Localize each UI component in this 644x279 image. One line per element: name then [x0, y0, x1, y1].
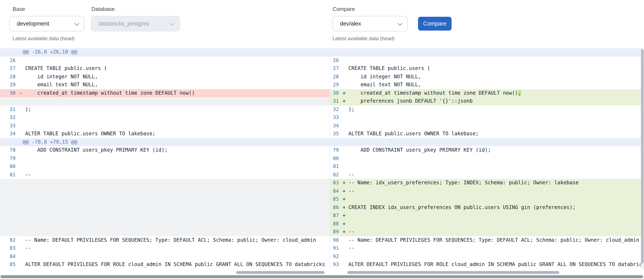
diff-row: 82-- Name: DEFAULT PRIVILEGES FOR SEQUEN…: [0, 236, 644, 244]
line-number: 78: [0, 146, 19, 154]
diff-sign: +: [342, 195, 348, 203]
diff-row: 8492: [0, 252, 644, 261]
diff-sign: +: [342, 97, 348, 105]
left-pane-horizontal-scrollbar[interactable]: [236, 271, 324, 274]
diff-sign: [19, 56, 25, 64]
line-number: 89: [330, 228, 342, 236]
diff-line-right: 30+ created_at timestamp without time zo…: [330, 89, 644, 97]
diff-line-left: 85ALTER DEFAULT PRIVILEGES FOR ROLE clou…: [0, 261, 330, 269]
code-text: -- Name: idx_users_preferences; Type: IN…: [348, 179, 644, 187]
compare-button[interactable]: Compare: [418, 17, 452, 30]
diff-row: 88+: [0, 220, 644, 228]
code-text: [25, 252, 330, 261]
diff-row: 86+CREATE INDEX idx_users_preferences ON…: [0, 203, 644, 212]
diff-sign: [342, 114, 348, 122]
hunk-label: @@ -26,9 +26,10 @@: [23, 48, 77, 56]
code-text: [25, 187, 330, 195]
vertical-scrollbar[interactable]: [641, 49, 644, 264]
base-branch-value: development: [17, 20, 49, 27]
schema-diff-page: Base development Latest available data (…: [0, 0, 644, 279]
code-text: [25, 228, 330, 236]
diff-sign: [19, 97, 25, 105]
diff-line-right: 86+CREATE INDEX idx_users_preferences ON…: [330, 203, 644, 212]
diff-row: 31+ preferences jsonb DEFAULT '{}'::json…: [0, 97, 644, 105]
line-number: 30: [330, 89, 342, 97]
diff-sign: [342, 163, 348, 171]
code-text: ADD CONSTRAINT users_pkey PRIMARY KEY (i…: [25, 146, 330, 154]
code-text: [25, 56, 330, 64]
diff-line-left: 28 id integer NOT NULL,: [0, 73, 330, 81]
line-number: 33: [330, 114, 342, 122]
diff-row: 7980: [0, 154, 644, 163]
diff-sign: [19, 114, 25, 122]
code-text: [25, 114, 330, 122]
diff-line-left: 80: [0, 163, 330, 171]
database-value: databricks_postgres: [98, 20, 149, 27]
diff-sign: [342, 252, 348, 261]
diff-sign: [19, 187, 25, 195]
line-number: 30: [0, 89, 19, 97]
code-text: [348, 252, 644, 261]
diff-row: 83+-- Name: idx_users_preferences; Type:…: [0, 179, 644, 187]
chevron-down-icon: [398, 21, 402, 25]
line-number: 88: [330, 220, 342, 228]
diff-row: 3334: [0, 122, 644, 130]
line-number: 81: [330, 163, 342, 171]
code-text: ADD CONSTRAINT users_pkey PRIMARY KEY (i…: [348, 146, 644, 154]
diff-sign: [19, 236, 25, 244]
hunk-header: @@ -78,8 +79,15 @@: [0, 138, 644, 146]
code-text: [25, 97, 330, 105]
line-number: [0, 212, 19, 220]
diff-line-right: 28 id integer NOT NULL,: [330, 73, 644, 81]
code-text: );: [348, 105, 644, 114]
line-number: 87: [330, 212, 342, 220]
diff-sign: [342, 146, 348, 154]
compare-status: Latest available data (head): [332, 36, 394, 41]
vertical-scrollbar-track: [641, 48, 644, 269]
code-text: --: [25, 244, 330, 252]
diff-sign: [342, 261, 348, 269]
diff-sign: [342, 81, 348, 89]
code-text: created_at timestamp without time zone D…: [25, 89, 330, 97]
line-number: 79: [0, 154, 19, 163]
diff-sign: [19, 212, 25, 220]
line-number: 29: [330, 81, 342, 89]
diff-sign: [19, 179, 25, 187]
diff-line-right: 93ALTER DEFAULT PRIVILEGES FOR ROLE clou…: [330, 261, 644, 269]
diff-line-right: 90-- Name: DEFAULT PRIVILEGES FOR SEQUEN…: [330, 236, 644, 244]
line-number: 80: [330, 154, 342, 163]
code-text: -- Name: DEFAULT PRIVILEGES FOR SEQUENCE…: [348, 236, 644, 244]
diff-line-left: [0, 212, 330, 220]
code-text: ALTER TABLE public.users OWNER TO lakeba…: [25, 130, 330, 138]
diff-sign: [342, 64, 348, 73]
diff-line-right: 33: [330, 114, 644, 122]
diff-row: 30- created_at timestamp without time zo…: [0, 89, 644, 97]
diff-row: 84+--: [0, 187, 644, 195]
line-number: [0, 187, 19, 195]
diff-sign: [19, 244, 25, 252]
page-horizontal-scrollbar[interactable]: [0, 275, 643, 278]
diff-row: 2626: [0, 56, 644, 64]
code-text: CREATE TABLE public.users (: [348, 64, 644, 73]
base-branch-select[interactable]: development: [9, 16, 84, 31]
line-number: 31: [0, 105, 19, 114]
diff-row: 83--91--: [0, 244, 644, 252]
compare-branch-select[interactable]: dev/alex: [332, 16, 408, 31]
line-number: 28: [0, 73, 19, 81]
diff-sign: +: [342, 228, 348, 236]
diff-sign: [19, 228, 25, 236]
compare-branch-value: dev/alex: [340, 20, 361, 27]
diff-row: 87+: [0, 212, 644, 220]
diff-line-left: 33: [0, 122, 330, 130]
right-pane-horizontal-scrollbar[interactable]: [347, 271, 559, 274]
line-number: 32: [0, 114, 19, 122]
code-text: email text NOT NULL,: [25, 81, 330, 89]
code-text: [25, 154, 330, 163]
diff-line-left: [0, 195, 330, 203]
diff-sign: +: [342, 187, 348, 195]
diff-sign: [19, 73, 25, 81]
compare-label: Compare: [332, 6, 355, 12]
code-text: ALTER DEFAULT PRIVILEGES FOR ROLE cloud_…: [25, 261, 330, 269]
diff-line-left: 26: [0, 56, 330, 64]
database-select: databricks_postgres: [91, 16, 180, 31]
